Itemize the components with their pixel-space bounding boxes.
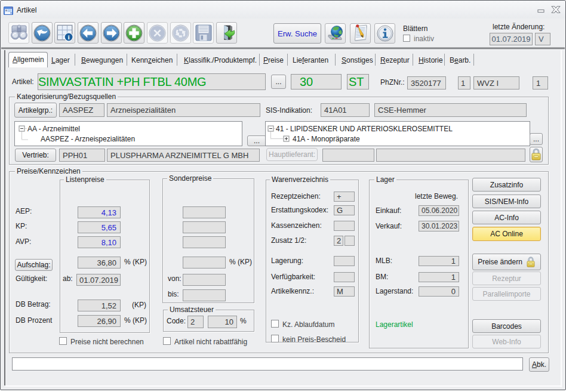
svg-text:i: i — [67, 33, 69, 41]
